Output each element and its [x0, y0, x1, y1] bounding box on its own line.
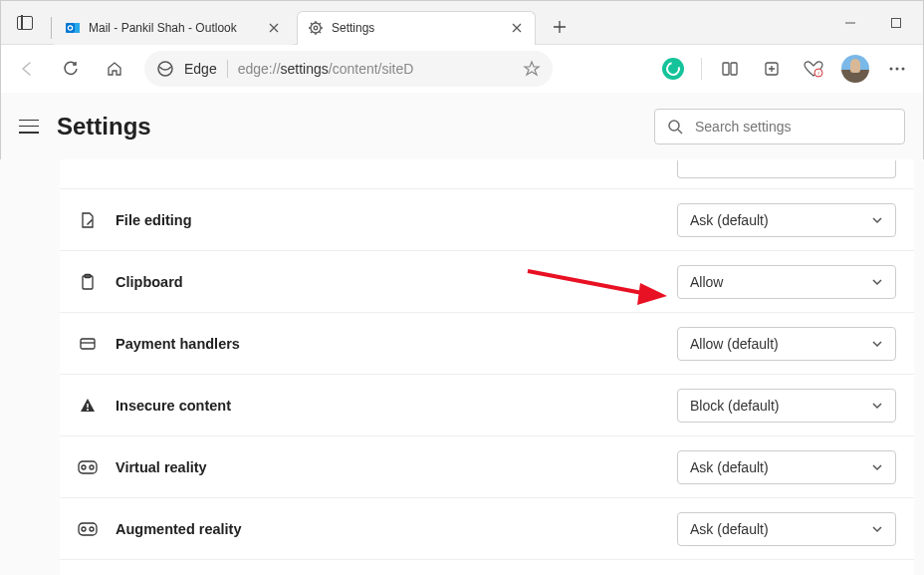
permission-row-clipboard: Clipboard Allow — [60, 251, 914, 313]
svg-line-25 — [678, 130, 682, 134]
permission-select-ar[interactable]: Ask (default) — [677, 512, 896, 546]
vr-icon — [78, 519, 98, 539]
page-title: Settings — [57, 113, 151, 141]
chevron-down-icon — [871, 523, 883, 535]
svg-point-15 — [158, 62, 172, 76]
svg-point-4 — [314, 26, 318, 30]
split-screen-button[interactable] — [710, 49, 750, 89]
card-icon — [78, 334, 98, 354]
permission-select-vr[interactable]: Ask (default) — [677, 450, 896, 484]
tab-actions-button[interactable] — [1, 16, 49, 30]
window-controls — [827, 1, 923, 45]
svg-point-36 — [82, 527, 86, 531]
back-button[interactable] — [7, 49, 47, 89]
permission-label: File editing — [116, 212, 659, 228]
svg-rect-1 — [75, 23, 80, 33]
search-icon — [667, 119, 683, 135]
svg-point-34 — [90, 465, 94, 469]
permission-label: Payment handlers — [116, 336, 659, 352]
search-settings[interactable] — [654, 109, 905, 144]
permissions-panel: File editing Ask (default) Clipboard All… — [60, 159, 914, 575]
permission-select-payment[interactable]: Allow (default) — [677, 327, 896, 361]
health-button[interactable]: ! — [794, 49, 833, 89]
permission-row-vr: Virtual reality Ask (default) — [60, 436, 914, 498]
close-tab-button[interactable] — [266, 20, 282, 36]
svg-point-23 — [902, 68, 905, 71]
select-value: Block (default) — [690, 398, 779, 414]
titlebar: Mail - Pankil Shah - Outlook Settings — [1, 1, 923, 45]
select-value: Allow — [690, 274, 723, 290]
close-tab-button[interactable] — [509, 20, 525, 36]
permission-row-ar: Augmented reality Ask (default) — [60, 498, 914, 560]
select-value: Ask (default) — [690, 521, 769, 537]
select-value: Allow (default) — [690, 336, 779, 352]
more-button[interactable] — [877, 49, 917, 89]
permission-row-file-editing: File editing Ask (default) — [60, 189, 914, 251]
clipboard-icon — [78, 272, 98, 292]
hamburger-menu[interactable] — [19, 120, 39, 134]
chevron-down-icon — [871, 214, 883, 226]
svg-rect-16 — [723, 63, 729, 75]
tab-separator — [51, 17, 52, 39]
tab-actions-icon — [17, 16, 33, 30]
svg-rect-17 — [731, 63, 737, 75]
permission-select-file-editing[interactable]: Ask (default) — [677, 203, 896, 237]
profile-avatar[interactable] — [835, 49, 875, 89]
warning-icon — [78, 396, 98, 416]
tab-title: Settings — [332, 21, 503, 35]
svg-point-37 — [90, 527, 94, 531]
svg-line-10 — [320, 32, 321, 33]
permission-select-insecure[interactable]: Block (default) — [677, 389, 896, 423]
select-value: Ask (default) — [690, 459, 769, 475]
settings-header: Settings — [1, 93, 923, 160]
svg-point-33 — [82, 465, 86, 469]
brand-label: Edge — [184, 61, 217, 77]
svg-rect-0 — [66, 23, 75, 33]
svg-point-24 — [669, 121, 679, 131]
search-input[interactable] — [695, 119, 892, 135]
chevron-down-icon — [871, 338, 883, 350]
new-tab-button[interactable] — [544, 11, 576, 43]
file-icon — [78, 210, 98, 230]
svg-line-11 — [311, 32, 312, 33]
separator — [227, 60, 228, 78]
grammarly-extension[interactable] — [653, 49, 693, 89]
vr-icon — [78, 457, 98, 477]
partial-row — [60, 159, 914, 189]
favorite-button[interactable] — [523, 60, 541, 78]
edge-icon — [156, 60, 174, 78]
permission-label: Augmented reality — [116, 521, 659, 537]
chevron-down-icon — [871, 400, 883, 412]
svg-point-31 — [87, 409, 89, 411]
chevron-down-icon — [871, 276, 883, 288]
svg-line-9 — [311, 23, 312, 24]
svg-point-21 — [890, 68, 893, 71]
svg-point-22 — [896, 68, 899, 71]
collections-button[interactable] — [752, 49, 792, 89]
partial-select[interactable] — [677, 160, 896, 178]
permission-row-insecure: Insecure content Block (default) — [60, 375, 914, 436]
gear-icon — [308, 20, 324, 36]
select-value: Ask (default) — [690, 212, 769, 228]
permission-label: Clipboard — [116, 274, 659, 290]
permission-label: Insecure content — [116, 398, 659, 414]
svg-rect-14 — [892, 18, 901, 27]
chevron-down-icon — [871, 461, 883, 473]
permission-select-clipboard[interactable]: Allow — [677, 265, 896, 299]
toolbar: Edge edge://settings/content/siteD ! — [1, 45, 923, 93]
permission-row-payment: Payment handlers Allow (default) — [60, 313, 914, 375]
svg-point-3 — [311, 23, 321, 33]
address-bar[interactable]: Edge edge://settings/content/siteD — [144, 51, 553, 87]
permission-label: Virtual reality — [116, 459, 659, 475]
tab-title: Mail - Pankil Shah - Outlook — [89, 21, 260, 35]
svg-line-12 — [320, 23, 321, 24]
svg-rect-28 — [81, 339, 95, 349]
tab-settings[interactable]: Settings — [297, 11, 536, 45]
maximize-button[interactable] — [873, 1, 919, 45]
refresh-button[interactable] — [51, 49, 91, 89]
tab-outlook[interactable]: Mail - Pankil Shah - Outlook — [54, 11, 293, 45]
url-text: edge://settings/content/siteD — [238, 61, 414, 77]
minimize-button[interactable] — [827, 1, 873, 45]
home-button[interactable] — [95, 49, 134, 89]
settings-content: File editing Ask (default) Clipboard All… — [0, 159, 924, 575]
